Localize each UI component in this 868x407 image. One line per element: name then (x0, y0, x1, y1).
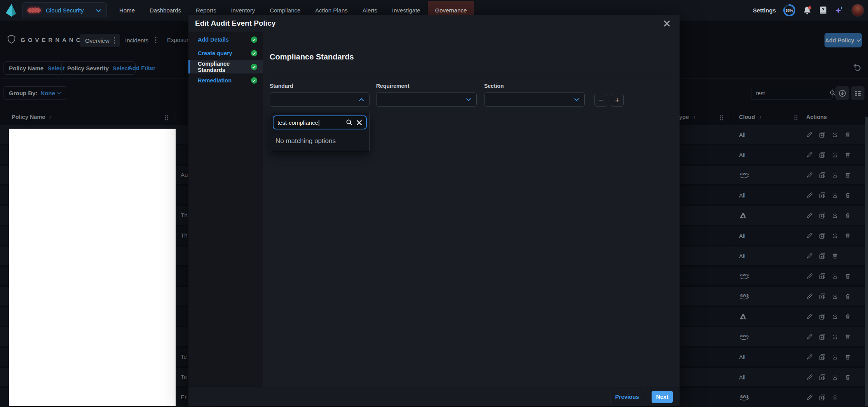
step-compliance-standards[interactable]: Compliance Standards (188, 60, 263, 73)
nav-item-home[interactable]: Home (112, 0, 142, 21)
step-label: Add Details (198, 37, 251, 43)
help-book-icon[interactable]: ? (819, 6, 827, 15)
requirement-select[interactable] (376, 93, 477, 107)
next-button[interactable]: Next (652, 391, 673, 403)
product-label: Cloud Security (46, 7, 92, 14)
previous-button[interactable]: Previous (610, 391, 644, 403)
modal-header: Edit Audit Event Policy (188, 15, 680, 32)
user-avatar[interactable] (851, 4, 864, 17)
nav-item-dashboards[interactable]: Dashboards (142, 0, 188, 21)
standard-label: Standard (270, 83, 370, 89)
section-label: Section (484, 83, 585, 89)
requirement-field: Requirement (376, 83, 477, 107)
screen: GOVERNANCE Overview Incidents Exposure A… (0, 0, 868, 407)
standard-dropdown-panel: test-compliance No matching options (270, 113, 370, 151)
settings-link[interactable]: Settings (753, 7, 776, 14)
svg-text:?: ? (822, 7, 824, 12)
wizard-steps: Add DetailsCreate queryCompliance Standa… (188, 32, 263, 387)
step-create-query[interactable]: Create query (188, 46, 263, 60)
ai-sparkles-icon[interactable] (835, 6, 844, 15)
section-field: Section (484, 83, 585, 107)
standard-search-input[interactable]: test-compliance (273, 115, 367, 129)
modal-title: Edit Audit Event Policy (195, 19, 664, 28)
text-caret (319, 120, 319, 126)
no-options-message: No matching options (270, 132, 370, 151)
search-icon[interactable] (346, 119, 353, 126)
cloud-security-icon (28, 8, 39, 12)
blank-white-panel (9, 129, 176, 406)
edit-audit-event-policy-modal: Edit Audit Event Policy Add DetailsCreat… (188, 15, 680, 406)
standard-field: Standard (270, 83, 370, 107)
check-icon (251, 63, 258, 70)
divider (270, 76, 673, 76)
chevron-down-icon (96, 7, 101, 14)
close-icon[interactable] (664, 20, 670, 27)
progress-ring[interactable]: 83% (783, 4, 795, 16)
section-heading: Compliance Standards (270, 52, 354, 61)
standard-select[interactable] (270, 93, 370, 107)
check-icon (251, 77, 258, 84)
remove-row-button[interactable]: − (594, 94, 607, 107)
chevron-up-icon (359, 98, 364, 101)
search-input-value: test-compliance (277, 119, 318, 126)
step-label: Compliance Standards (198, 61, 251, 73)
step-label: Remediation (198, 77, 251, 84)
modal-main: Compliance Standards StandardRequirement… (263, 32, 680, 387)
modal-body: Add DetailsCreate queryCompliance Standa… (188, 32, 680, 387)
clear-icon[interactable] (356, 120, 362, 126)
check-icon (251, 50, 258, 57)
chevron-down-icon (466, 98, 471, 101)
brand-logo-icon[interactable] (4, 3, 18, 19)
check-icon (251, 36, 258, 43)
step-add-details[interactable]: Add Details (188, 33, 263, 46)
product-switcher[interactable]: Cloud Security (22, 2, 107, 18)
requirement-label: Requirement (376, 83, 477, 89)
step-label: Create query (198, 50, 251, 56)
notifications-bell-icon[interactable] (803, 6, 812, 15)
modal-footer: Previous Next (188, 387, 680, 406)
add-row-button[interactable]: + (611, 94, 624, 107)
chevron-down-icon (574, 98, 579, 101)
navbar-right: Settings 83% ? (753, 0, 864, 21)
step-remediation[interactable]: Remediation (188, 73, 263, 87)
progress-value: 83% (785, 6, 794, 15)
section-select[interactable] (484, 93, 585, 107)
